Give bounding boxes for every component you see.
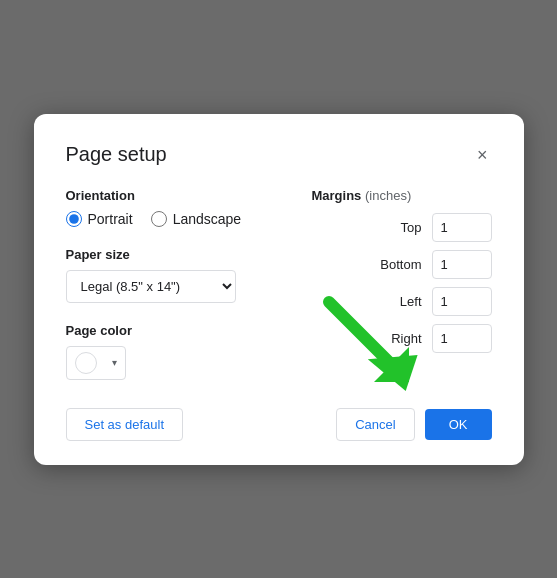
top-margin-label: Top bbox=[372, 220, 422, 235]
page-color-label: Page color bbox=[66, 323, 272, 338]
page-color-button[interactable]: ▾ bbox=[66, 346, 126, 380]
dialog-footer: Set as default Cancel OK bbox=[66, 408, 492, 441]
bottom-margin-input[interactable] bbox=[432, 250, 492, 279]
landscape-option[interactable]: Landscape bbox=[151, 211, 242, 227]
left-column: Orientation Portrait Landscape Paper siz… bbox=[66, 188, 272, 380]
margins-section: Margins (inches) Top Bottom Left Right bbox=[312, 188, 492, 380]
color-circle bbox=[75, 352, 97, 374]
portrait-option[interactable]: Portrait bbox=[66, 211, 133, 227]
close-button[interactable]: × bbox=[473, 142, 492, 168]
right-margin-row: Right bbox=[312, 324, 492, 353]
right-margin-label: Right bbox=[372, 331, 422, 346]
paper-size-select[interactable]: Legal (8.5" x 14") Letter (8.5" x 11") T… bbox=[66, 270, 236, 303]
footer-right: Cancel OK bbox=[336, 408, 491, 441]
landscape-radio[interactable] bbox=[151, 211, 167, 227]
top-margin-input[interactable] bbox=[432, 213, 492, 242]
orientation-label: Orientation bbox=[66, 188, 272, 203]
ok-button[interactable]: OK bbox=[425, 409, 492, 440]
bottom-margin-label: Bottom bbox=[372, 257, 422, 272]
left-margin-label: Left bbox=[372, 294, 422, 309]
portrait-label: Portrait bbox=[88, 211, 133, 227]
left-margin-row: Left bbox=[312, 287, 492, 316]
cancel-button[interactable]: Cancel bbox=[336, 408, 414, 441]
set-as-default-button[interactable]: Set as default bbox=[66, 408, 184, 441]
margins-label: Margins bbox=[312, 188, 362, 203]
margins-title: Margins (inches) bbox=[312, 188, 492, 203]
landscape-label: Landscape bbox=[173, 211, 242, 227]
paper-size-section: Paper size Legal (8.5" x 14") Letter (8.… bbox=[66, 247, 272, 303]
orientation-section: Orientation Portrait Landscape bbox=[66, 188, 272, 227]
dialog-body: Orientation Portrait Landscape Paper siz… bbox=[66, 188, 492, 380]
paper-size-label: Paper size bbox=[66, 247, 272, 262]
margins-unit: (inches) bbox=[365, 188, 411, 203]
dialog-title: Page setup bbox=[66, 143, 167, 166]
portrait-radio[interactable] bbox=[66, 211, 82, 227]
right-margin-input[interactable] bbox=[432, 324, 492, 353]
page-setup-dialog: Page setup × Orientation Portrait Landsc… bbox=[34, 114, 524, 465]
top-margin-row: Top bbox=[312, 213, 492, 242]
bottom-margin-row: Bottom bbox=[312, 250, 492, 279]
left-margin-input[interactable] bbox=[432, 287, 492, 316]
dialog-header: Page setup × bbox=[66, 142, 492, 168]
orientation-row: Portrait Landscape bbox=[66, 211, 272, 227]
chevron-down-icon: ▾ bbox=[112, 357, 117, 368]
page-color-section: Page color ▾ bbox=[66, 323, 272, 380]
